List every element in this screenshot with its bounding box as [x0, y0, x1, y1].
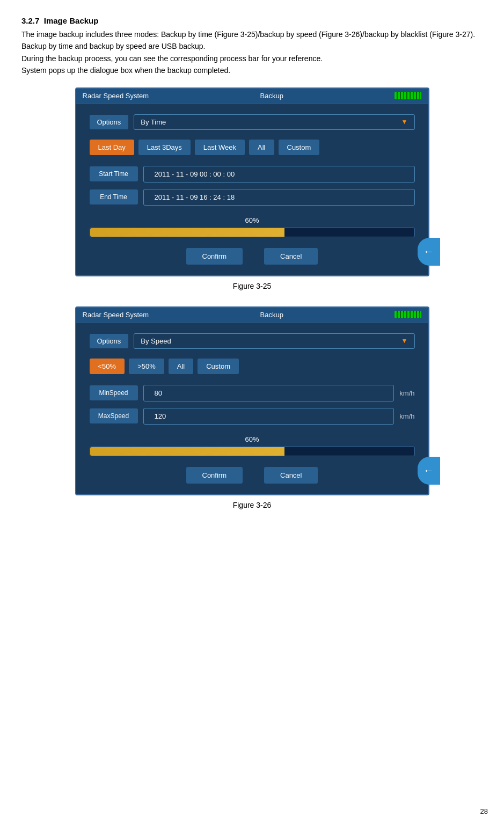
field-row-maxspeed-26: MaxSpeed 120 km/h: [90, 408, 415, 425]
progress-bar-container-26: [90, 447, 415, 456]
minspeed-value-26[interactable]: 80: [143, 385, 395, 401]
figure-25-container: Radar Speed System Backup Options By Tim…: [21, 87, 483, 290]
figure-26-device: Radar Speed System Backup Options By Spe…: [75, 306, 429, 495]
figure-26-container: Radar Speed System Backup Options By Spe…: [21, 306, 483, 509]
filter-btn-last3days-25[interactable]: Last 3Days: [138, 140, 191, 155]
options-row-26: Options By Speed ▼: [90, 333, 415, 349]
progress-section-26: 60%: [90, 435, 415, 456]
maxspeed-unit-26: km/h: [399, 412, 414, 420]
device-status-indicator-25: [395, 92, 421, 99]
filter-btn-all-25[interactable]: All: [249, 140, 274, 155]
filter-btn-custom-26[interactable]: Custom: [198, 359, 239, 374]
field-row-endtime-25: End Time 2011 - 11 - 09 16 : 24 : 18: [90, 189, 415, 206]
field-row-minspeed-26: MinSpeed 80 km/h: [90, 385, 415, 401]
paragraph-2: Backup by time and backup by speed are U…: [21, 40, 483, 52]
figure-25-device: Radar Speed System Backup Options By Tim…: [75, 87, 429, 276]
maxspeed-label-26: MaxSpeed: [90, 408, 138, 423]
device-screen-25: Radar Speed System Backup Options By Tim…: [75, 87, 429, 276]
starttime-label-25: Start Time: [90, 166, 138, 181]
options-dropdown-25[interactable]: By Time ▼: [134, 114, 414, 130]
back-arrow-button-26[interactable]: ←: [418, 457, 440, 485]
paragraph-1: The image backup includes three modes: B…: [21, 28, 483, 40]
filter-row-25: Last Day Last 3Days Last Week All Custom: [90, 140, 415, 155]
dropdown-arrow-26: ▼: [401, 337, 408, 345]
cancel-button-25[interactable]: Cancel: [264, 248, 318, 265]
options-value-26: By Speed: [141, 337, 171, 345]
device-header-center-26: Backup: [260, 311, 283, 319]
device-body-25: Options By Time ▼ Last Day Last 3Days La…: [76, 104, 428, 275]
device-header-left-26: Radar Speed System: [83, 311, 149, 319]
filter-btn-gt50-26[interactable]: >50%: [129, 359, 164, 374]
figure-26-caption: Figure 3-26: [233, 501, 272, 509]
filter-btn-lastday-25[interactable]: Last Day: [90, 140, 134, 155]
filter-row-26: <50% >50% All Custom: [90, 359, 415, 374]
device-status-indicator-26: [395, 311, 421, 318]
starttime-value-25[interactable]: 2011 - 11 - 09 00 : 00 : 00: [143, 166, 415, 182]
device-header-25: Radar Speed System Backup: [76, 89, 428, 104]
device-header-26: Radar Speed System Backup: [76, 308, 428, 323]
paragraph-4: System pops up the dialogue box when the…: [21, 64, 483, 76]
options-dropdown-26[interactable]: By Speed ▼: [134, 333, 414, 349]
field-row-starttime-25: Start Time 2011 - 11 - 09 00 : 00 : 00: [90, 166, 415, 182]
minspeed-label-26: MinSpeed: [90, 385, 138, 400]
options-label-25: Options: [90, 115, 129, 129]
filter-btn-custom-25[interactable]: Custom: [279, 140, 320, 155]
page-number: 28: [480, 807, 488, 815]
endtime-value-25[interactable]: 2011 - 11 - 09 16 : 24 : 18: [143, 189, 415, 206]
confirm-button-26[interactable]: Confirm: [186, 467, 243, 484]
device-header-center-25: Backup: [260, 92, 283, 100]
section-title: 3.2.7 Image Backup: [21, 16, 483, 25]
paragraph-3: During the backup process, you can see t…: [21, 53, 483, 64]
filter-btn-all-26[interactable]: All: [169, 359, 193, 374]
progress-label-25: 60%: [90, 216, 415, 224]
bottom-buttons-26: Confirm Cancel: [90, 467, 415, 484]
progress-label-26: 60%: [90, 435, 415, 443]
options-value-25: By Time: [141, 118, 166, 126]
filter-btn-lastweek-25[interactable]: Last Week: [195, 140, 245, 155]
options-row-25: Options By Time ▼: [90, 114, 415, 130]
cancel-button-26[interactable]: Cancel: [264, 467, 318, 484]
progress-section-25: 60%: [90, 216, 415, 237]
bottom-buttons-25: Confirm Cancel: [90, 248, 415, 265]
options-label-26: Options: [90, 334, 129, 348]
section-body: The image backup includes three modes: B…: [21, 28, 483, 77]
device-screen-26: Radar Speed System Backup Options By Spe…: [75, 306, 429, 495]
endtime-label-25: End Time: [90, 189, 138, 204]
minspeed-unit-26: km/h: [399, 389, 414, 397]
back-arrow-button-25[interactable]: ←: [418, 238, 440, 266]
maxspeed-value-26[interactable]: 120: [143, 408, 395, 425]
confirm-button-25[interactable]: Confirm: [186, 248, 243, 265]
figure-25-caption: Figure 3-25: [233, 282, 272, 290]
progress-bar-fill-26: [90, 447, 284, 456]
progress-bar-fill-25: [90, 228, 284, 237]
filter-btn-lt50-26[interactable]: <50%: [90, 359, 125, 374]
progress-bar-container-25: [90, 228, 415, 237]
dropdown-arrow-25: ▼: [401, 118, 408, 126]
device-body-26: Options By Speed ▼ <50% >50% All Custom …: [76, 323, 428, 494]
device-header-left-25: Radar Speed System: [83, 92, 149, 100]
